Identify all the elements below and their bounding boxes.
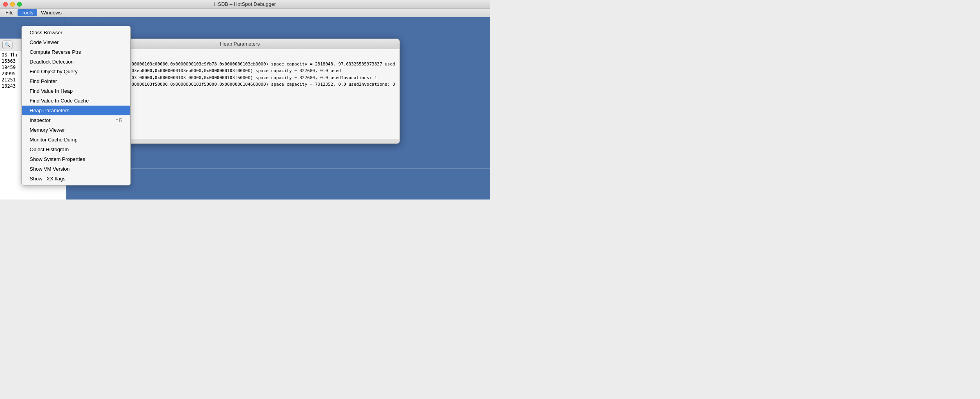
app-title: HSDB – HotSpot Debugger xyxy=(214,1,276,7)
menu-file[interactable]: File xyxy=(2,9,18,16)
menu-code-viewer[interactable]: Code Viewer xyxy=(22,37,130,47)
menu-show-system-props[interactable]: Show System Properties xyxy=(22,154,130,164)
title-bar: HSDB – HotSpot Debugger xyxy=(0,0,490,9)
heap-line-3: to [0x0000000103f00000,0x0000000103f0000… xyxy=(85,74,395,81)
menu-find-object-label: Find Object by Query xyxy=(30,69,78,74)
menu-find-pointer[interactable]: Find Pointer xyxy=(22,76,130,86)
menu-show-xx-flags-label: Show –XX flags xyxy=(30,176,66,182)
menu-monitor-cache-dump[interactable]: Monitor Cache Dump xyxy=(22,135,130,145)
menu-inspector[interactable]: Inspector ⌃R xyxy=(22,115,130,125)
menu-find-object-by-query[interactable]: Find Object by Query xyxy=(22,67,130,76)
menu-code-viewer-label: Code Viewer xyxy=(30,39,59,45)
menu-find-value-code-cache[interactable]: Find Value In Code Cache xyxy=(22,96,130,106)
menu-class-browser-label: Class Browser xyxy=(30,30,62,35)
heap-line-5: Gen 1: old [0x0000000103f50000,0x0000000… xyxy=(85,81,395,88)
menu-show-vm-version[interactable]: Show VM Version xyxy=(22,164,130,174)
menu-deadlock-detection[interactable]: Deadlock Detection xyxy=(22,57,130,67)
main-content: 🔍 OS Thr 15363 19459 20995 21251 10243 C… xyxy=(0,17,490,200)
close-button[interactable] xyxy=(3,2,8,7)
menu-inspector-label: Inspector xyxy=(30,117,50,123)
menu-monitor-cache-label: Monitor Cache Dump xyxy=(30,137,78,143)
heap-dialog-title: Heap Parameters xyxy=(220,41,260,47)
menu-tools[interactable]: Tools xyxy=(18,9,37,16)
heap-line-2: from [0x0000000103eb0000,0x0000000103eb0… xyxy=(85,67,395,74)
minimize-button[interactable] xyxy=(10,2,15,7)
menu-find-value-heap-label: Find Value In Heap xyxy=(30,88,73,94)
menu-compute-reverse-label: Compute Reverse Ptrs xyxy=(30,49,81,55)
menu-heap-parameters-label: Heap Parameters xyxy=(30,108,69,113)
menu-bar: File Tools Windows xyxy=(0,9,490,17)
menu-deadlock-detection-label: Deadlock Detection xyxy=(30,59,74,65)
menu-heap-parameters[interactable]: Heap Parameters xyxy=(22,106,130,115)
heap-content-header: Heap Parameters: xyxy=(85,52,395,59)
menu-show-xx-flags[interactable]: Show –XX flags xyxy=(22,174,130,184)
menu-show-system-props-label: Show System Properties xyxy=(30,156,85,162)
menu-object-histogram-label: Object Histogram xyxy=(30,147,69,152)
menu-windows[interactable]: Windows xyxy=(37,9,66,16)
menu-find-pointer-label: Find Pointer xyxy=(30,78,57,84)
menu-compute-reverse[interactable]: Compute Reverse Ptrs xyxy=(22,47,130,57)
heap-line-1: Gen 0: eden [0x0000000103c00000,0x000000… xyxy=(85,61,395,68)
menu-object-histogram[interactable]: Object Histogram xyxy=(22,145,130,154)
menu-memory-viewer-label: Memory Viewer xyxy=(30,127,65,133)
menu-memory-viewer[interactable]: Memory Viewer xyxy=(22,125,130,135)
menu-find-value-in-heap[interactable]: Find Value In Heap xyxy=(22,86,130,96)
menu-show-vm-version-label: Show VM Version xyxy=(30,166,70,172)
maximize-button[interactable] xyxy=(17,2,22,7)
search-button[interactable]: 🔍 xyxy=(2,41,12,49)
traffic-lights xyxy=(3,2,22,7)
inspector-shortcut: ⌃R xyxy=(115,118,123,123)
menu-find-value-code-label: Find Value In Code Cache xyxy=(30,98,89,104)
tools-dropdown-menu: Class Browser Code Viewer Compute Revers… xyxy=(21,26,131,185)
menu-class-browser[interactable]: Class Browser xyxy=(22,28,130,37)
